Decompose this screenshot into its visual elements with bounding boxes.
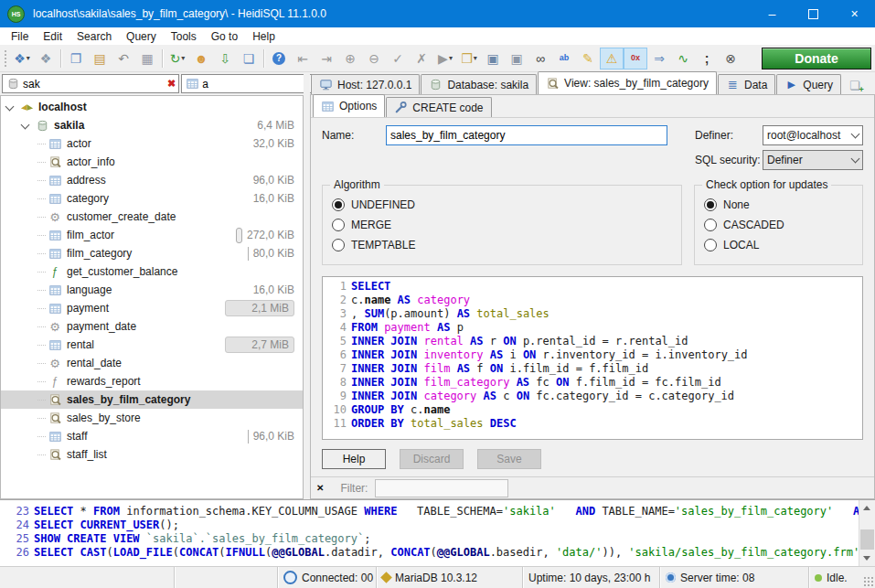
copy-icon: ❐ — [70, 52, 82, 65]
tree-item-customer-create-date[interactable]: ⚙customer_create_date — [1, 208, 303, 226]
sql-security-combo[interactable]: Definer — [763, 150, 863, 170]
check-option-option-cascaded[interactable]: CASCADED — [704, 215, 853, 235]
save-data-button[interactable]: ❏ — [237, 48, 261, 69]
scrollbar-thumb[interactable] — [860, 529, 874, 550]
resize-grip[interactable] — [863, 576, 873, 586]
disconnect-button[interactable]: ❖ — [34, 48, 58, 69]
print-button[interactable]: ▦ — [135, 48, 159, 69]
algorithm-option-temptable[interactable]: TEMPTABLE — [332, 235, 672, 255]
tree-item-sakila[interactable]: sakila6,4 MiB — [1, 116, 303, 134]
load-sql-file-button[interactable]: ❒▾ — [457, 48, 481, 69]
subtab-options[interactable]: Options — [313, 94, 385, 117]
export-database-button[interactable]: ⇩ — [213, 48, 237, 69]
tree-item-actor[interactable]: actor32,0 KiB — [1, 134, 303, 153]
definer-combo[interactable]: root@localhost — [763, 125, 863, 145]
tree-item-rental[interactable]: rental2,7 MiB — [1, 336, 303, 354]
stop-on-errors-button[interactable]: ⚠ — [600, 48, 624, 69]
subtab-create-code[interactable]: CREATE code — [386, 97, 491, 117]
first-record-button[interactable]: ⇤ — [291, 48, 315, 69]
radio-label: CASCADED — [723, 219, 784, 231]
sql-editor[interactable]: 1SELECT2c.name AS category3, SUM(p.amoun… — [322, 276, 863, 440]
replace-text-button[interactable]: ab — [552, 48, 576, 69]
view-name-input[interactable] — [386, 125, 667, 145]
close-button[interactable]: × — [834, 0, 875, 27]
tree-item-staff-list[interactable]: staff_list — [1, 445, 303, 464]
menu-help[interactable]: Help — [245, 27, 283, 45]
clear-filter-icon[interactable]: ✖ — [167, 78, 176, 90]
save-sql-as-button[interactable]: ▣ — [505, 48, 528, 69]
tree-item-actor-info[interactable]: actor_info — [1, 153, 303, 171]
toolbar-grip[interactable] — [4, 49, 8, 68]
cancel-editing-button[interactable]: ✗ — [410, 48, 433, 69]
tree-item-language[interactable]: language16,0 KiB — [1, 281, 303, 299]
find-text-button[interactable]: ∞ — [528, 48, 552, 69]
check-option-option-none[interactable]: None — [704, 195, 853, 215]
size-value: 16,0 KiB — [253, 192, 303, 205]
tree-item-sales-by-film-category[interactable]: sales_by_film_category — [1, 390, 303, 409]
tree-item-rewards-report[interactable]: ƒrewards_report — [1, 372, 303, 390]
view-blob-as-hex-button[interactable]: 0x — [624, 48, 647, 69]
tree-item-film-actor[interactable]: film_actor272,0 KiB — [1, 226, 303, 244]
new-query-tab-button[interactable]: ❏+ — [846, 76, 864, 94]
session-manager-button[interactable]: ❖▾ — [10, 48, 34, 69]
tree-item-payment[interactable]: payment2,1 MiB — [1, 299, 303, 317]
save-sql-button[interactable]: ▣ — [481, 48, 505, 69]
expanded-chevron-icon[interactable] — [5, 102, 15, 111]
panel-splitter[interactable] — [304, 72, 310, 499]
check-option-option-local[interactable]: LOCAL — [704, 235, 853, 255]
database-filter-input[interactable] — [23, 78, 165, 91]
tree-item-category[interactable]: category16,0 KiB — [1, 189, 303, 208]
copy-button[interactable]: ❐ — [64, 48, 88, 69]
menu-edit[interactable]: Edit — [36, 27, 69, 45]
insert-row-button[interactable]: ⊕ — [338, 48, 362, 69]
tree-item-address[interactable]: address96,0 KiB — [1, 171, 303, 189]
paste-button[interactable]: ▤ — [88, 48, 112, 69]
algorithm-option-merge[interactable]: MERGE — [332, 215, 672, 235]
close-filter-icon[interactable]: ✕ — [316, 483, 324, 493]
scroll-up-icon[interactable] — [863, 506, 870, 510]
tree-item-rental-date[interactable]: ⚙rental_date — [1, 354, 303, 372]
menu-tools[interactable]: Tools — [164, 27, 204, 45]
tab-database-sakila[interactable]: Database: sakila — [421, 74, 537, 94]
menu-file[interactable]: File — [4, 27, 36, 45]
cancel-running-button[interactable]: ⊗ — [719, 48, 742, 69]
bind-parameters-button[interactable]: ∿ — [671, 48, 695, 69]
tab-view-sales-by-film-category[interactable]: View: sales_by_film_category — [538, 71, 717, 94]
tab-query[interactable]: ▶Query — [776, 74, 841, 94]
menu-query[interactable]: Query — [119, 27, 164, 45]
run-query-button[interactable]: ▶▾ — [433, 48, 457, 69]
tab-label: Query — [803, 79, 833, 91]
tree-item-localhost[interactable]: localhost — [1, 98, 303, 116]
next-tab-button[interactable]: ⇒ — [647, 48, 671, 69]
donate-button[interactable]: Donate — [762, 48, 871, 69]
scroll-down-icon[interactable] — [863, 556, 870, 561]
refresh-button[interactable]: ↻▾ — [165, 48, 189, 69]
tree-item-get-customer-balance[interactable]: ƒget_customer_balance — [1, 262, 303, 281]
reformat-sql-button[interactable]: ✎ — [576, 48, 600, 69]
log-scrollbar[interactable] — [859, 500, 875, 566]
post-changes-button[interactable]: ✓ — [386, 48, 410, 69]
minimize-button[interactable]: – — [752, 0, 793, 27]
last-record-button[interactable]: ⇥ — [315, 48, 338, 69]
algorithm-option-undefined[interactable]: UNDEFINED — [332, 195, 672, 215]
status-segment-server-time-08: Server time: 08 — [660, 567, 809, 588]
menu-search[interactable]: Search — [69, 27, 119, 45]
delete-row-button[interactable]: ⊖ — [362, 48, 386, 69]
tree-item-film-category[interactable]: film_category80,0 KiB — [1, 244, 303, 262]
help-button[interactable]: ? — [267, 48, 291, 69]
menu-go-to[interactable]: Go to — [204, 27, 245, 45]
sql-line: 10GROUP BY c.name — [323, 403, 862, 417]
tree-item-sales-by-store[interactable]: sales_by_store — [1, 409, 303, 427]
expanded-chevron-icon[interactable] — [21, 120, 30, 129]
tab-host-127-0-0-1[interactable]: Host: 127.0.0.1 — [311, 74, 420, 94]
undo-button[interactable]: ↶ — [112, 48, 135, 69]
filter-input[interactable] — [375, 479, 508, 497]
help-button[interactable]: Help — [322, 449, 386, 469]
tab-data[interactable]: ≣Data — [718, 74, 775, 94]
delimiter-button[interactable]: ; — [695, 48, 719, 69]
maximize-button[interactable] — [793, 0, 834, 27]
user-manager-button[interactable]: ☻ — [189, 48, 213, 69]
tree-item-payment-date[interactable]: ⚙payment_date — [1, 317, 303, 336]
size-text: 16,0 KiB — [253, 283, 294, 296]
tree-item-staff[interactable]: staff96,0 KiB — [1, 427, 303, 445]
